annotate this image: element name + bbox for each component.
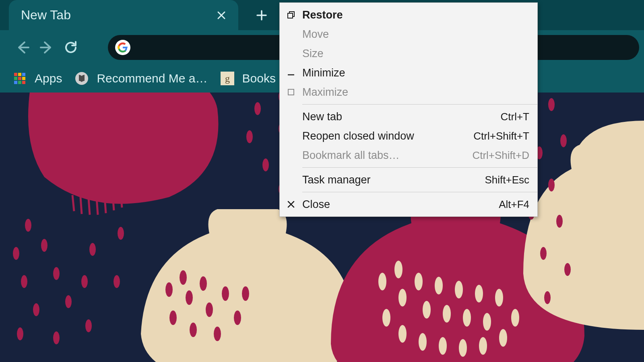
menu-item-shortcut: Shift+Esc <box>485 174 529 186</box>
svg-rect-5 <box>22 77 25 80</box>
svg-point-47 <box>21 275 27 288</box>
svg-point-33 <box>475 285 483 302</box>
menu-item-label: Minimize <box>302 67 529 79</box>
window-system-menu: Restore Move Size Minimize Maximize New … <box>279 2 538 217</box>
menu-item-label: Bookmark all tabs… <box>302 149 472 162</box>
svg-point-30 <box>443 305 451 323</box>
svg-rect-86 <box>288 89 294 95</box>
svg-point-32 <box>463 309 471 327</box>
svg-point-15 <box>186 290 193 305</box>
svg-point-75 <box>548 98 555 111</box>
menu-item-label: Restore <box>302 9 529 21</box>
svg-point-36 <box>382 309 390 327</box>
svg-point-17 <box>206 302 213 317</box>
menu-separator <box>302 167 537 168</box>
menu-item-label: Maximize <box>302 86 529 99</box>
svg-point-28 <box>423 301 431 319</box>
svg-rect-3 <box>14 77 17 80</box>
svg-point-31 <box>455 281 463 298</box>
svg-point-34 <box>483 313 491 331</box>
svg-point-25 <box>394 261 402 278</box>
menu-separator <box>302 192 537 192</box>
menu-item-shortcut: Ctrl+Shift+T <box>473 130 529 142</box>
svg-point-38 <box>419 333 427 351</box>
svg-point-78 <box>548 179 555 191</box>
reload-button[interactable] <box>59 35 83 60</box>
svg-rect-84 <box>288 13 293 18</box>
menu-item-label: Size <box>302 47 529 60</box>
svg-point-14 <box>180 270 187 285</box>
close-icon <box>280 201 302 208</box>
svg-point-54 <box>89 243 96 256</box>
svg-rect-0 <box>14 73 17 76</box>
svg-point-77 <box>560 134 567 147</box>
svg-point-81 <box>540 247 547 260</box>
svg-point-22 <box>234 311 241 325</box>
menu-item-restore[interactable]: Restore <box>280 5 537 25</box>
maximize-icon <box>280 88 302 96</box>
menu-item-label: Reopen closed window <box>302 130 473 142</box>
svg-text:g: g <box>225 73 230 84</box>
svg-point-41 <box>479 337 487 355</box>
menu-item-bookmark-all: Bookmark all tabs… Ctrl+Shift+D <box>280 146 537 165</box>
svg-point-13 <box>165 282 173 297</box>
menu-item-close[interactable]: Close Alt+F4 <box>280 195 537 214</box>
menu-item-maximize: Maximize <box>280 82 537 102</box>
svg-point-51 <box>17 327 23 340</box>
menu-item-move: Move <box>280 25 537 44</box>
menu-item-reopen-closed[interactable]: Reopen closed window Ctrl+Shift+T <box>280 126 537 146</box>
svg-point-48 <box>53 267 60 280</box>
svg-point-27 <box>415 273 423 290</box>
bookmark-recommend[interactable]: Recommend Me a… <box>74 71 207 86</box>
svg-point-43 <box>511 309 519 327</box>
browser-tab[interactable]: New Tab <box>9 0 238 30</box>
svg-point-26 <box>398 289 407 306</box>
menu-item-label: Close <box>302 198 499 211</box>
bookmark-label: Apps <box>35 72 62 85</box>
menu-item-new-tab[interactable]: New tab Ctrl+T <box>280 107 537 126</box>
minimize-icon <box>280 69 302 77</box>
svg-point-37 <box>398 325 407 343</box>
svg-point-62 <box>262 158 269 171</box>
book-stack-icon <box>74 71 89 86</box>
svg-point-23 <box>242 286 249 301</box>
svg-point-83 <box>544 291 551 304</box>
menu-item-minimize[interactable]: Minimize <box>280 63 537 82</box>
goodreads-icon: g <box>220 71 235 86</box>
menu-item-shortcut: Ctrl+Shift+D <box>472 149 529 162</box>
svg-point-39 <box>439 337 447 355</box>
new-tab-button[interactable] <box>254 7 270 23</box>
svg-point-50 <box>65 295 72 308</box>
svg-point-35 <box>495 289 503 306</box>
svg-point-42 <box>499 329 507 347</box>
bookmark-apps[interactable]: Apps <box>12 71 62 86</box>
bookmark-books[interactable]: g Books <box>220 71 276 86</box>
svg-point-24 <box>378 273 386 290</box>
menu-item-size: Size <box>280 44 537 63</box>
menu-separator <box>302 104 537 105</box>
svg-point-53 <box>85 319 92 332</box>
svg-rect-2 <box>22 73 25 76</box>
svg-point-44 <box>25 219 31 232</box>
svg-point-57 <box>114 275 120 288</box>
google-icon <box>115 40 130 55</box>
svg-point-20 <box>190 323 197 337</box>
back-button[interactable] <box>10 35 35 60</box>
restore-icon <box>280 11 302 19</box>
svg-point-58 <box>254 102 261 115</box>
svg-rect-1 <box>18 73 21 76</box>
svg-point-49 <box>33 303 39 316</box>
menu-item-task-manager[interactable]: Task manager Shift+Esc <box>280 170 537 189</box>
menu-item-label: Move <box>302 28 529 41</box>
svg-rect-7 <box>18 81 21 84</box>
bookmark-label: Books <box>242 72 276 85</box>
menu-item-shortcut: Alt+F4 <box>499 198 529 211</box>
svg-rect-4 <box>18 77 21 80</box>
menu-item-label: New tab <box>302 111 501 123</box>
svg-point-55 <box>118 227 124 240</box>
svg-point-82 <box>564 263 571 276</box>
forward-button[interactable] <box>35 35 59 60</box>
tab-close-icon[interactable] <box>216 10 227 21</box>
svg-point-29 <box>435 277 443 294</box>
tab-title: New Tab <box>21 8 71 23</box>
